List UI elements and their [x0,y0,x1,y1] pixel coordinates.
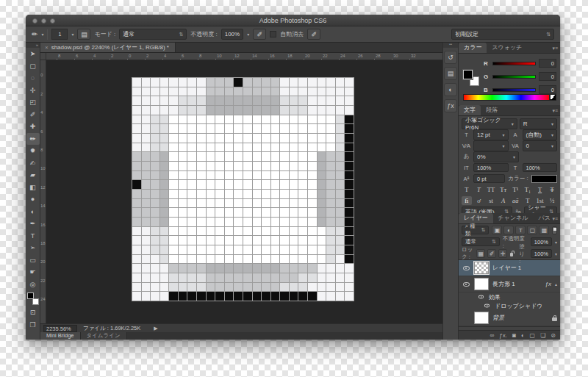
layer-style-icon[interactable]: ƒx. [499,332,507,339]
layer-thumbnail[interactable] [474,278,489,290]
color-spectrum-bar[interactable] [463,94,550,101]
layers-opacity-value[interactable]: 100% [531,237,552,246]
opentype-button[interactable]: ½ [547,196,557,205]
color-panel-swatches[interactable] [463,70,479,86]
channel-slider[interactable] [492,62,536,65]
eraser-tool[interactable]: ▰ [26,169,40,182]
bottom-tab-mini-bridge[interactable]: Mini Bridge [40,332,81,340]
panel-menu-icon[interactable]: ▾≡ [552,46,558,51]
tab-character[interactable]: 文字 [459,105,481,115]
filter-smart-icon[interactable]: ▦ [539,226,549,234]
screen-mode-button[interactable]: ❐ [26,319,40,331]
tab-channels[interactable]: チャンネル [493,213,534,223]
opacity-value[interactable]: 100% [221,29,243,40]
dock-icon-properties[interactable]: ▤ [444,67,457,80]
zoom-tool[interactable]: ◎ [26,279,40,291]
type-style-button[interactable]: T¹ [511,185,521,194]
channel-value-field[interactable]: 0 [539,85,556,94]
magic-wand-tool[interactable]: ✢ [26,85,40,97]
type-style-button[interactable]: Tᴛ [498,185,509,194]
layer-fx-badge[interactable]: ƒx [545,281,551,287]
layer-row[interactable]: レイヤー 1 [459,260,560,276]
visibility-well[interactable] [476,295,485,299]
channel-slider[interactable] [492,88,536,92]
new-layer-icon[interactable]: ❏ [540,332,545,339]
lock-all-icon[interactable] [510,253,513,256]
spectrum-bw-swatch[interactable] [550,94,556,101]
channel-slider[interactable] [492,75,536,79]
type-style-button[interactable]: TT [486,185,496,194]
tsume-select[interactable]: 0%▾ [473,151,519,162]
layer-thumbnail[interactable] [474,262,489,274]
adjustment-layer-icon[interactable]: ◐ [521,332,525,339]
eyedropper-tool[interactable]: ✐ [26,109,40,121]
type-style-button[interactable]: T [474,185,484,194]
workspace-select[interactable]: 初期設定 ⇅ [451,29,554,40]
fill-value[interactable]: 100% [531,249,552,258]
healing-brush-tool[interactable]: ✚ [26,121,40,133]
foreground-background-swatch[interactable] [27,292,39,305]
layer-mask-icon[interactable]: ◙ [512,332,516,339]
delete-layer-icon[interactable]: ⊘ [551,332,556,339]
visibility-well[interactable] [462,282,470,287]
opentype-button[interactable]: A [498,196,509,205]
eye-icon[interactable] [463,266,470,270]
layer-group-icon[interactable]: ▢ [530,332,536,339]
opentype-button[interactable]: st [486,196,496,205]
blur-tool[interactable]: ● [26,193,40,206]
eye-icon[interactable] [484,304,489,308]
brush-preset-picker[interactable]: 1 [51,29,68,40]
dock-icon-adjustments[interactable]: ◐ [444,83,457,96]
background-color-swatch[interactable] [32,298,39,305]
panel-menu-icon[interactable]: ▾≡ [552,108,558,114]
lock-paint-icon[interactable]: ✐ [487,249,496,258]
gradient-tool[interactable]: ◧ [26,182,40,194]
tab-paragraph[interactable]: 段落 [481,105,503,115]
visibility-well[interactable] [462,266,470,270]
tab-swatches[interactable]: スウォッチ [487,43,527,53]
text-color-swatch[interactable] [531,175,557,183]
filter-pixel-icon[interactable]: ▣ [492,226,502,234]
type-style-button[interactable]: T₁ [523,185,533,194]
brush-picker-caret-icon[interactable]: ▾ [71,32,74,37]
visibility-well[interactable] [482,304,491,308]
dodge-tool[interactable]: ◐ [26,206,40,218]
opentype-button[interactable]: fi [462,196,472,205]
font-family-select[interactable]: 小塚ゴシック Pr6N▾ [462,118,517,129]
channel-value-field[interactable]: 0 [539,59,556,68]
type-style-button[interactable]: T [547,185,557,194]
foreground-color-swatch[interactable] [27,292,34,299]
layer-row[interactable]: 長方形 1ƒx▴ [459,276,560,292]
vertical-scale-field[interactable]: 100% [473,163,509,172]
layer-filter-select[interactable]: ⌕ 種類⇅ [462,226,489,234]
layer-filter-toggle[interactable] [552,226,557,234]
panel-menu-icon[interactable]: ▾≡ [552,216,558,222]
foreground-swatch[interactable] [463,70,473,79]
filter-shape-icon[interactable]: ▢ [527,226,537,234]
eye-icon[interactable] [463,282,470,287]
type-tool[interactable]: T [26,230,40,243]
marquee-tool[interactable]: ▢ [26,60,40,73]
kerning-select[interactable]: ▾ [473,140,509,151]
hand-tool[interactable]: ☛ [26,266,40,279]
history-brush-tool[interactable]: ✍ [26,157,40,170]
clone-stamp-tool[interactable]: ✹ [26,145,40,157]
type-style-button[interactable]: T [462,185,472,194]
tool-dock-collapse-icon[interactable]: » [26,43,40,48]
font-size-select[interactable]: 12 pt▾ [473,129,509,140]
lock-transparency-icon[interactable]: ▦ [476,249,485,258]
toggle-brush-panel-icon[interactable]: ▤ [77,29,90,40]
tab-color[interactable]: カラー [459,43,487,53]
opentype-button[interactable]: ơ [474,196,484,205]
layer-row[interactable]: 効果 [459,292,560,301]
mode-select[interactable]: 通常 ⇅ [119,29,187,40]
path-select-tool[interactable]: ➣ [26,242,40,254]
tracking-select[interactable]: 0▾ [523,140,558,151]
document-tab[interactable]: × shadow.psd @ 2240% (レイヤー 1, RGB/8) * [40,43,176,52]
canvas[interactable] [46,60,442,323]
baseline-shift-field[interactable]: 0 pt [473,174,505,183]
pencil-tool[interactable]: ✏ [26,133,40,146]
layer-thumbnail[interactable] [474,312,489,324]
status-menu-arrow-icon[interactable]: ▶ [154,326,157,331]
channel-value-field[interactable]: 0 [539,72,556,81]
